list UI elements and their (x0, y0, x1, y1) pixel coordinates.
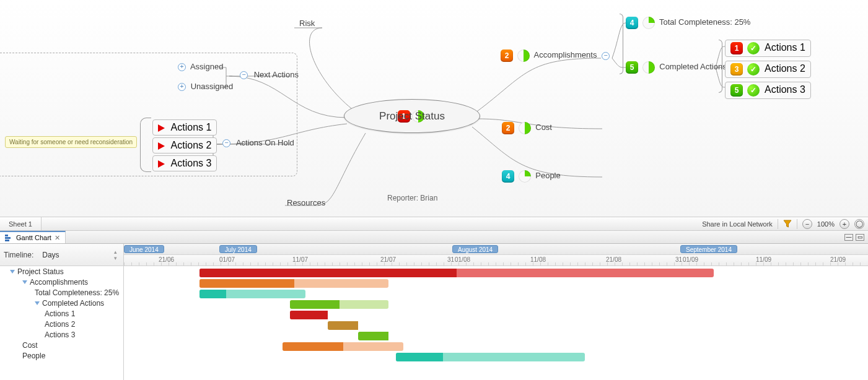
month-scale: June 2014July 2014August 2014September 2… (124, 244, 868, 255)
tree-label: Cost (22, 341, 38, 350)
close-icon[interactable]: ✕ (55, 234, 60, 242)
timeline-unit[interactable]: Days (42, 251, 59, 259)
topic-unassigned[interactable]: Unassigned (175, 82, 233, 91)
tree-row[interactable]: Project Status (0, 266, 123, 277)
gantt-tab[interactable]: Gantt Chart ✕ (0, 231, 66, 243)
expand-button[interactable] (178, 83, 186, 91)
month-label: June 2014 (124, 245, 164, 253)
tree-label: Project Status (17, 267, 64, 276)
topic-label: Accomplishments (534, 50, 597, 59)
separator (778, 219, 778, 229)
gantt-bar[interactable] (396, 353, 585, 361)
topic-resources[interactable]: Resources (287, 198, 325, 207)
gantt-bar[interactable] (283, 342, 403, 351)
zoom-fit-button[interactable]: ◯ (854, 219, 864, 229)
priority-4-icon: 4 (502, 170, 514, 183)
gantt-bar[interactable] (199, 290, 305, 298)
topic-label: Unassigned (191, 82, 234, 91)
gantt-bar[interactable] (290, 300, 388, 309)
gantt-bar[interactable] (290, 311, 328, 319)
central-topic[interactable]: 1 Project Status (344, 99, 480, 133)
gantt-chart[interactable]: June 2014July 2014August 2014September 2… (124, 244, 868, 380)
disclosure-triangle-icon[interactable] (35, 301, 40, 305)
day-label: 01/07 (219, 256, 235, 263)
topic-actions-1[interactable]: 1 Actions 1 (725, 40, 811, 57)
gantt-progress (328, 321, 358, 330)
gantt-progress (290, 300, 339, 309)
collapse-button[interactable] (240, 71, 248, 79)
tree-row[interactable]: Total Completeness: 25% (0, 287, 123, 298)
disclosure-triangle-icon[interactable] (10, 270, 15, 274)
flag-icon (158, 160, 165, 168)
topic-label: Actions On Hold (236, 138, 294, 147)
filter-icon[interactable] (783, 220, 792, 228)
topic-people[interactable]: 4 People (502, 170, 561, 183)
tree-row[interactable]: People (0, 350, 123, 361)
minimize-button[interactable]: — (844, 234, 853, 241)
topic-actions-on-hold[interactable]: Actions On Hold (220, 138, 294, 147)
topic-actions-3[interactable]: 5 Actions 3 (725, 82, 811, 99)
gantt-bar[interactable] (199, 269, 714, 277)
topic-onhold-1[interactable]: Actions 1 (152, 119, 217, 136)
sheet-tab[interactable]: Sheet 1 (0, 217, 42, 230)
tree-row[interactable]: Completed Actions (0, 298, 123, 308)
gantt-progress (199, 290, 226, 298)
priority-3-icon: 3 (730, 63, 743, 76)
completed-actions-list: 1 Actions 1 3 Actions 2 5 Actions 3 (725, 40, 811, 99)
gantt-task-tree: Timeline: Days ▴▾ Project StatusAccompli… (0, 244, 124, 380)
timeline-header: Timeline: Days ▴▾ (0, 244, 123, 266)
topic-assigned[interactable]: Assigned (175, 62, 223, 71)
separator (797, 219, 797, 229)
progress-50-icon (517, 50, 530, 62)
disclosure-triangle-icon[interactable] (22, 280, 27, 284)
day-label: 01/08 (455, 256, 470, 263)
priority-2-icon: 2 (502, 122, 514, 134)
central-topic-label: Project Status (379, 110, 445, 123)
tree-label: Actions 3 (45, 330, 75, 339)
month-label: September 2014 (680, 245, 737, 253)
topic-label: Total Completeness: 25% (659, 17, 750, 27)
maximize-button[interactable]: ▭ (856, 234, 864, 241)
progress-50-icon (642, 61, 655, 74)
topic-onhold-2[interactable]: Actions 2 (152, 137, 217, 153)
topic-risk[interactable]: Risk (299, 19, 315, 28)
tree-row[interactable]: Actions 3 (0, 329, 123, 340)
tree-row[interactable]: Accomplishments (0, 277, 123, 287)
topic-cost[interactable]: 2 Cost (502, 122, 552, 134)
tree-row[interactable]: Actions 2 (0, 319, 123, 329)
topic-label: Actions 3 (765, 84, 805, 95)
tree-row[interactable]: Cost (0, 340, 123, 350)
month-label: August 2014 (452, 245, 498, 253)
priority-5-icon: 5 (730, 84, 743, 97)
gantt-bar[interactable] (199, 279, 388, 288)
status-bar: Sheet 1 Share in Local Network − 100% + … (0, 217, 868, 231)
topic-actions-2[interactable]: 3 Actions 2 (725, 61, 811, 78)
topic-accomplishments[interactable]: 2 Accomplishments (501, 50, 612, 62)
tree-row[interactable]: Actions 1 (0, 308, 123, 319)
topic-onhold-3[interactable]: Actions 3 (152, 155, 217, 171)
expand-button[interactable] (178, 63, 186, 71)
unit-stepper[interactable]: ▴▾ (111, 249, 120, 261)
share-label[interactable]: Share in Local Network (702, 220, 773, 228)
priority-5-icon: 5 (626, 61, 638, 74)
topic-label: Actions 2 (765, 63, 805, 74)
topic-label: Actions 3 (171, 158, 212, 168)
timeline-label: Timeline: (4, 251, 33, 259)
gantt-bar[interactable] (358, 332, 388, 340)
priority-2-icon: 2 (501, 50, 513, 62)
tree-label: People (22, 352, 45, 360)
topic-total-completeness[interactable]: 4 Total Completeness: 25% (626, 17, 750, 29)
gantt-progress (283, 342, 343, 351)
progress-25-icon (642, 17, 655, 29)
topic-next-actions[interactable]: Next Actions (237, 70, 299, 79)
tree-label: Accomplishments (30, 278, 88, 287)
flag-icon (158, 124, 165, 132)
gantt-bar[interactable] (328, 321, 358, 330)
collapse-button[interactable] (602, 52, 610, 60)
brace-icon (140, 118, 151, 172)
collapse-button[interactable] (222, 139, 230, 147)
gantt-progress (199, 279, 294, 288)
zoom-out-button[interactable]: − (802, 219, 812, 229)
zoom-in-button[interactable]: + (840, 219, 849, 229)
topic-label: Completed Actions (659, 62, 726, 71)
